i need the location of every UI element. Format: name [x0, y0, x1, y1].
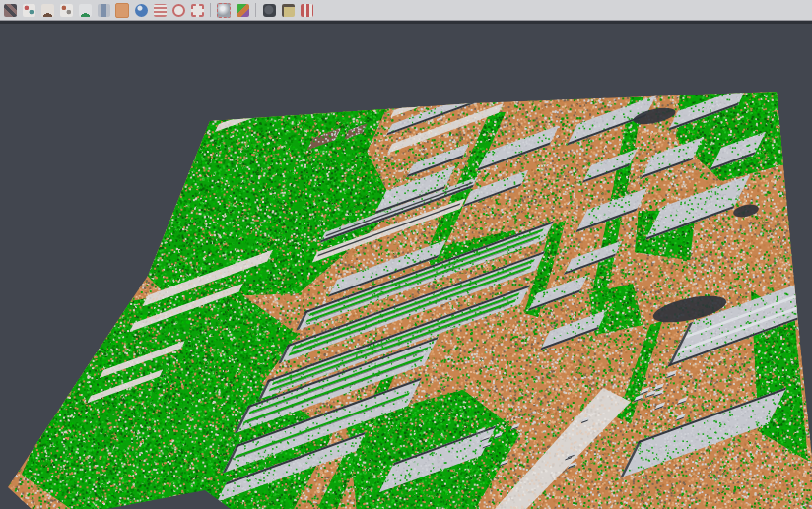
red-stripes-icon[interactable] — [299, 2, 314, 18]
sparse-points-icon[interactable] — [58, 2, 74, 18]
scatter-classes-glyph — [23, 4, 35, 17]
globe-icon[interactable] — [133, 2, 149, 18]
red-stripes-glyph — [301, 4, 313, 17]
ortho-panel-icon[interactable] — [114, 2, 130, 18]
profile-column-glyph — [98, 4, 110, 17]
selection-frame-glyph — [191, 4, 204, 17]
classification-colormap-glyph — [237, 4, 249, 17]
select-points-icon[interactable] — [2, 2, 18, 18]
application-window — [0, 0, 812, 509]
terrain-mound-icon[interactable] — [39, 2, 55, 18]
toolbar-separator — [255, 3, 256, 17]
classification-colormap-icon[interactable] — [235, 2, 250, 18]
vegetation-mound-glyph — [79, 4, 92, 17]
select-points-glyph — [4, 4, 17, 17]
selection-frame-icon[interactable] — [189, 2, 205, 18]
profile-column-icon[interactable] — [96, 2, 111, 18]
sphere-select-icon[interactable] — [216, 2, 232, 18]
dark-tool-glyph — [263, 4, 276, 17]
attribute-list-glyph — [154, 4, 167, 17]
sparse-points-glyph — [60, 4, 73, 17]
sphere-select-glyph — [217, 3, 231, 18]
dark-tool-icon[interactable] — [261, 2, 277, 18]
toolbar-separator — [210, 3, 211, 17]
attribute-list-icon[interactable] — [152, 2, 168, 18]
scatter-classes-icon[interactable] — [21, 2, 36, 18]
circle-target-glyph — [172, 4, 185, 17]
circle-target-icon[interactable] — [170, 2, 186, 18]
flag-measure-icon[interactable] — [280, 2, 296, 18]
vegetation-mound-icon[interactable] — [77, 2, 93, 18]
toolbar-underline — [0, 21, 812, 24]
flag-measure-glyph — [282, 4, 295, 17]
globe-glyph — [135, 4, 148, 17]
ortho-panel-glyph — [115, 3, 129, 18]
point-cloud-3d-viewport[interactable] — [0, 0, 812, 509]
toolbar — [0, 0, 812, 21]
terrain-mound-glyph — [41, 4, 54, 17]
